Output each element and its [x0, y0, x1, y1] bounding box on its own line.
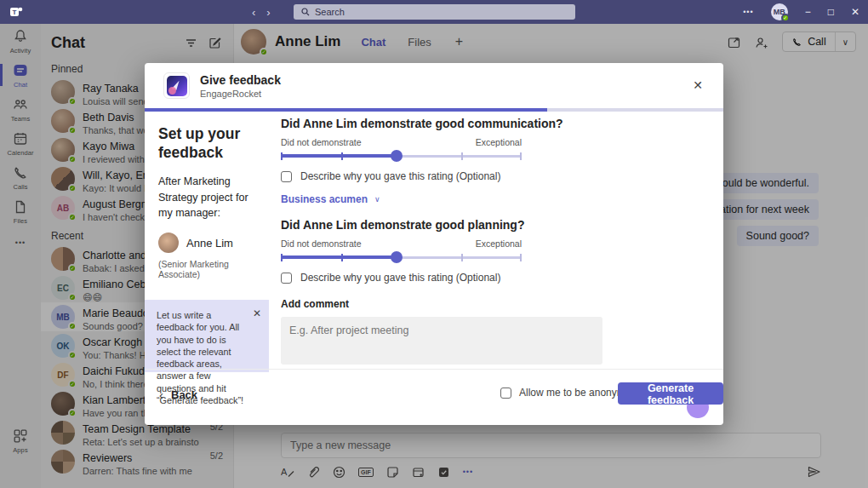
slider-fill — [281, 154, 397, 158]
checkbox[interactable] — [281, 273, 292, 284]
slider-tick — [281, 254, 283, 261]
slider-tick — [341, 152, 343, 160]
minimize-button[interactable]: − — [805, 6, 811, 18]
slider-handle[interactable] — [391, 251, 403, 263]
checkbox[interactable] — [500, 388, 511, 399]
user-avatar[interactable]: MB ✓ — [771, 3, 788, 20]
teams-logo-icon: T — [9, 4, 23, 18]
dialog-app-name: EngageRocket — [200, 89, 281, 99]
nav-forward-icon[interactable]: › — [266, 6, 270, 19]
close-window-button[interactable]: ✕ — [851, 6, 859, 18]
engagerocket-app-icon — [163, 72, 190, 99]
chevron-left-icon: ‹ — [159, 388, 163, 402]
slider-max-label: Exceptional — [476, 137, 522, 147]
checkbox-label: Describe why you gave this rating (Optio… — [300, 272, 500, 284]
checkbox-label: Describe why you gave this rating (Optio… — [300, 170, 500, 182]
search-icon — [301, 8, 310, 16]
give-feedback-dialog: Give feedback EngageRocket ✕ Set up your… — [145, 63, 723, 425]
dialog-title: Give feedback — [200, 73, 281, 87]
more-options-icon[interactable]: ••• — [743, 8, 753, 16]
title-bar: T ‹ › Search ••• MB ✓ − □ ✕ — [0, 0, 868, 24]
describe-rating-option[interactable]: Describe why you gave this rating (Optio… — [281, 170, 602, 182]
setup-panel: Set up your feedback After Marketing Str… — [145, 112, 269, 425]
nav-back-icon[interactable]: ‹ — [252, 6, 255, 19]
slider-min-label: Did not demonstrate — [281, 137, 362, 147]
hint-close-icon[interactable]: ✕ — [253, 307, 261, 321]
person-role: (Senior Marketing Associate) — [145, 253, 269, 279]
person-name: Anne Lim — [186, 237, 233, 250]
slider-tick — [520, 152, 522, 160]
add-comment-label: Add comment — [281, 298, 602, 310]
rating-slider[interactable] — [281, 150, 522, 162]
presence-badge: ✓ — [781, 14, 790, 22]
setup-description: After Marketing Strategy project for my … — [145, 163, 269, 221]
back-label: Back — [171, 388, 197, 401]
setup-heading: Set up your feedback — [145, 112, 269, 163]
rating-slider[interactable] — [281, 251, 522, 263]
search-input[interactable]: Search — [294, 4, 575, 20]
slider-min-label: Did not demonstrate — [281, 238, 362, 249]
category-dropdown[interactable]: Business acumen ∨ — [281, 193, 602, 205]
chevron-down-icon: ∨ — [374, 195, 380, 204]
slider-fill — [281, 255, 397, 259]
checkbox[interactable] — [281, 171, 292, 182]
search-placeholder: Search — [315, 7, 345, 17]
slider-handle[interactable] — [391, 150, 403, 162]
slider-tick — [461, 152, 463, 160]
dialog-close-icon[interactable]: ✕ — [693, 78, 703, 92]
feedback-person: Anne Lim — [158, 233, 255, 253]
question-title: Did Anne Lim demonstrate good planning? — [281, 218, 602, 232]
svg-text:T: T — [13, 9, 17, 16]
describe-rating-option[interactable]: Describe why you gave this rating (Optio… — [281, 272, 602, 284]
teams-app-window: T ‹ › Search ••• MB ✓ − □ ✕ Activity — [0, 0, 868, 488]
dialog-header: Give feedback EngageRocket — [145, 63, 723, 108]
generate-feedback-button[interactable]: Generate feedback — [618, 382, 723, 405]
slider-tick — [461, 254, 463, 261]
slider-tick — [520, 254, 522, 261]
question-title: Did Anne Lim demonstrate good communicat… — [281, 117, 602, 130]
person-avatar — [158, 233, 179, 253]
back-button[interactable]: ‹ Back — [159, 388, 197, 402]
slider-tick — [281, 152, 283, 160]
slider-tick — [341, 254, 343, 261]
questions-panel: Did Anne Lim demonstrate good communicat… — [281, 112, 602, 368]
hint-callout: Let us write a feedback for you. All you… — [145, 300, 269, 372]
footer-divider — [145, 369, 723, 370]
category-label: Business acumen — [281, 193, 368, 205]
slider-max-label: Exceptional — [476, 238, 522, 249]
maximize-button[interactable]: □ — [828, 6, 834, 18]
comment-textarea[interactable] — [281, 317, 602, 365]
